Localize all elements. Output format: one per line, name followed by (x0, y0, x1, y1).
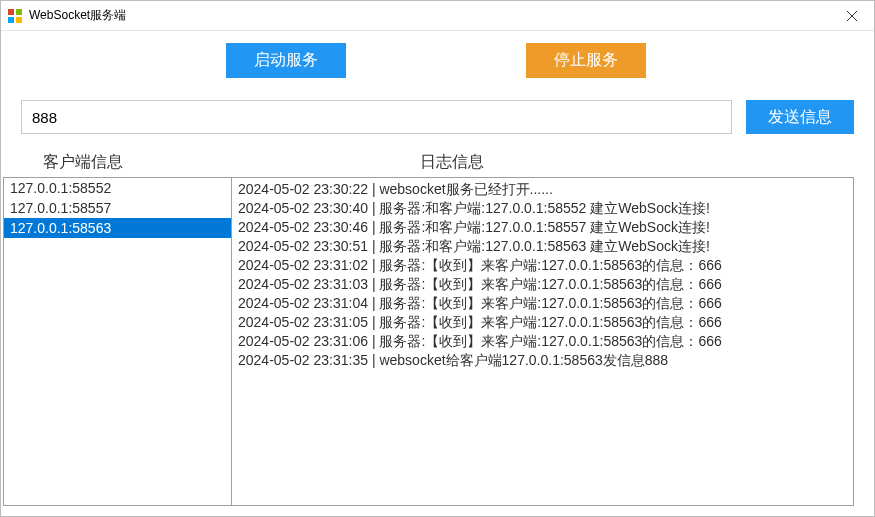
message-input[interactable] (21, 100, 732, 134)
log-line: 2024-05-02 23:30:46 | 服务器:和客户端:127.0.0.1… (238, 218, 847, 237)
send-button[interactable]: 发送信息 (746, 100, 854, 134)
log-line: 2024-05-02 23:31:03 | 服务器:【收到】来客户端:127.0… (238, 275, 847, 294)
close-icon (847, 11, 857, 21)
client-list[interactable]: 127.0.0.1:58552127.0.0.1:58557127.0.0.1:… (3, 177, 232, 506)
start-service-button[interactable]: 启动服务 (226, 43, 346, 78)
clients-header: 客户端信息 (21, 152, 250, 173)
service-buttons-row: 启动服务 停止服务 (21, 43, 854, 78)
log-line: 2024-05-02 23:31:06 | 服务器:【收到】来客户端:127.0… (238, 332, 847, 351)
log-line: 2024-05-02 23:31:05 | 服务器:【收到】来客户端:127.0… (238, 313, 847, 332)
svg-rect-1 (16, 9, 22, 15)
client-item[interactable]: 127.0.0.1:58557 (4, 198, 231, 218)
log-line: 2024-05-02 23:31:04 | 服务器:【收到】来客户端:127.0… (238, 294, 847, 313)
client-item[interactable]: 127.0.0.1:58552 (4, 178, 231, 198)
svg-rect-2 (8, 17, 14, 23)
panels: 127.0.0.1:58552127.0.0.1:58557127.0.0.1:… (21, 177, 854, 506)
log-line: 2024-05-02 23:31:35 | websocket给客户端127.0… (238, 351, 847, 370)
client-item[interactable]: 127.0.0.1:58563 (4, 218, 231, 238)
svg-rect-3 (16, 17, 22, 23)
window-title: WebSocket服务端 (29, 7, 126, 24)
stop-service-button[interactable]: 停止服务 (526, 43, 646, 78)
logs-header: 日志信息 (250, 152, 854, 173)
close-button[interactable] (829, 1, 874, 31)
send-row: 发送信息 (21, 100, 854, 134)
log-line: 2024-05-02 23:30:40 | 服务器:和客户端:127.0.0.1… (238, 199, 847, 218)
content-area: 启动服务 停止服务 发送信息 客户端信息 日志信息 127.0.0.1:5855… (1, 31, 874, 516)
log-line: 2024-05-02 23:30:22 | websocket服务已经打开...… (238, 180, 847, 199)
log-line: 2024-05-02 23:30:51 | 服务器:和客户端:127.0.0.1… (238, 237, 847, 256)
svg-rect-0 (8, 9, 14, 15)
titlebar: WebSocket服务端 (1, 1, 874, 31)
panel-headers: 客户端信息 日志信息 (21, 152, 854, 173)
log-panel[interactable]: 2024-05-02 23:30:22 | websocket服务已经打开...… (232, 177, 854, 506)
app-icon (7, 8, 23, 24)
log-line: 2024-05-02 23:31:02 | 服务器:【收到】来客户端:127.0… (238, 256, 847, 275)
app-window: WebSocket服务端 启动服务 停止服务 发送信息 客户端信息 日志信息 1… (0, 0, 875, 517)
